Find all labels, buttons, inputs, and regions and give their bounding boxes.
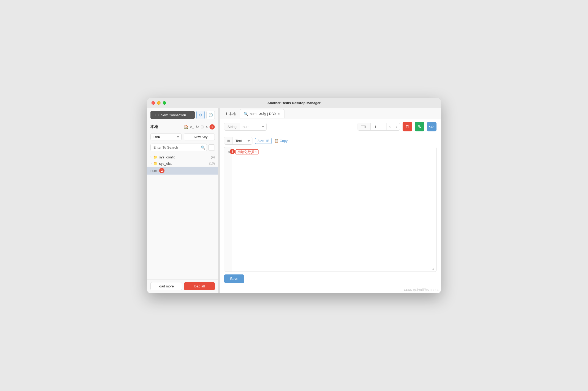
- app-body: + + New Connection ⚙ 🕐 本地 🏠 >_ ↻ ⊞ ∧: [147, 108, 441, 293]
- ttl-clear-button[interactable]: ×: [386, 123, 393, 130]
- key-name-select[interactable]: num: [240, 123, 266, 130]
- connection-header: 本地 🏠 >_ ↻ ⊞ ∧ 1: [147, 122, 218, 132]
- sidebar-toolbar: + + New Connection ⚙ 🕐: [147, 108, 218, 122]
- ttl-wrap: TTL × ∨: [358, 123, 400, 131]
- type-label: String: [224, 123, 240, 130]
- close-button[interactable]: [152, 101, 155, 105]
- ttl-input[interactable]: [371, 123, 386, 130]
- annotation-badge-3: 3: [230, 149, 235, 154]
- value-editor-wrap: 0 3 初始化数据0 ◢: [224, 147, 436, 272]
- maximize-button[interactable]: [163, 101, 166, 105]
- db-row: DB0 DB1 DB2 + New Key: [147, 132, 218, 142]
- refresh-key-button[interactable]: ↻: [415, 122, 424, 131]
- connection-icons: 🏠 >_ ↻ ⊞ ∧ 1: [184, 124, 215, 130]
- format-select[interactable]: Text JSON Hex: [233, 137, 252, 144]
- db-select[interactable]: DB0 DB1 DB2: [150, 133, 182, 140]
- annotation-badge-1: 1: [210, 124, 215, 130]
- gear-icon: ⚙: [199, 113, 202, 117]
- key-toolbar: String num TTL × ∨ 🗑 ↻: [220, 119, 441, 134]
- main-content: ℹ 本地 🔍 num | 本地 | DB0 × String num: [220, 108, 441, 293]
- tab-key-label: num | 本地 | DB0: [250, 112, 276, 116]
- clock-icon: 🕐: [208, 113, 213, 117]
- search-input-wrap: 🔍: [150, 144, 207, 151]
- titlebar: Another Redis Desktop Manager: [147, 98, 441, 108]
- key-group-name-2: sys_dict: [159, 162, 172, 166]
- connection-name: 本地: [150, 125, 158, 129]
- tabs-bar: ℹ 本地 🔍 num | 本地 | DB0 ×: [220, 108, 441, 119]
- editor-content: 3 初始化数据0: [232, 147, 436, 272]
- plus-icon: +: [154, 113, 156, 117]
- value-format-row: ⊞ Text JSON Hex Size: 1B 📋 Copy: [224, 137, 436, 145]
- size-badge: Size: 1B: [255, 138, 272, 144]
- traffic-lights: [152, 101, 166, 105]
- code-icon: </>: [429, 125, 434, 129]
- save-row: Save: [224, 272, 436, 284]
- trash-icon: 🗑: [405, 124, 409, 129]
- copy-label: Copy: [280, 139, 288, 143]
- key-group-sys-dict[interactable]: › 📁 sys_dict (10): [147, 160, 218, 167]
- sidebar: + + New Connection ⚙ 🕐 本地 🏠 >_ ↻ ⊞ ∧: [147, 108, 218, 293]
- chevron-right-icon-2: ›: [150, 162, 152, 165]
- folder-icon: 📁: [153, 155, 158, 159]
- delete-key-button[interactable]: 🗑: [403, 122, 412, 131]
- info-icon: ℹ: [226, 112, 227, 116]
- minimize-button[interactable]: [157, 101, 161, 105]
- format-select-wrap: ⊞ Text JSON Hex: [224, 137, 252, 145]
- refresh-icon: ↻: [418, 124, 421, 129]
- ttl-dropdown-button[interactable]: ∨: [393, 123, 400, 130]
- filter-button[interactable]: [208, 144, 215, 151]
- search-row: 🔍: [147, 142, 218, 153]
- save-button[interactable]: Save: [224, 274, 244, 283]
- key-item-num[interactable]: num 2: [147, 167, 218, 175]
- refresh-icon: ↻: [196, 125, 199, 129]
- new-key-button[interactable]: + New Key: [184, 133, 215, 140]
- tab-info[interactable]: ℹ 本地: [222, 109, 240, 118]
- sidebar-bottom: load more load all: [147, 279, 218, 293]
- tab-close-button[interactable]: ×: [277, 112, 280, 116]
- key-list: › 📁 sys_config (4) › 📁 sys_dict (10) num…: [147, 153, 218, 279]
- key-group-count-2: (10): [209, 162, 215, 165]
- grid-icon: ⊞: [201, 125, 204, 129]
- settings-icon-button[interactable]: ⚙: [196, 111, 205, 119]
- type-select-wrap: String num: [224, 123, 267, 131]
- tab-key[interactable]: 🔍 num | 本地 | DB0 ×: [240, 109, 284, 118]
- load-all-button[interactable]: load all: [184, 282, 215, 290]
- collapse-icon: ∧: [205, 125, 208, 129]
- key-item-name: num: [150, 169, 157, 173]
- resize-handle[interactable]: ◢: [432, 267, 435, 270]
- tab-info-label: 本地: [229, 112, 236, 116]
- copy-button[interactable]: 📋 Copy: [274, 139, 288, 143]
- search-button[interactable]: 🔍: [201, 145, 205, 150]
- load-more-button[interactable]: load more: [150, 282, 182, 290]
- app-title: Another Redis Desktop Manager: [268, 101, 321, 105]
- line-numbers: 0: [224, 147, 232, 272]
- new-connection-label: + New Connection: [158, 113, 186, 117]
- annotation-badge-2: 2: [159, 168, 164, 173]
- home-icon: 🏠: [184, 125, 188, 129]
- search-input[interactable]: [150, 144, 207, 151]
- key-group-count: (4): [211, 155, 215, 159]
- ttl-label: TTL: [358, 123, 371, 130]
- chevron-right-icon: ›: [150, 155, 152, 159]
- new-connection-button[interactable]: + + New Connection: [150, 111, 195, 119]
- value-area: ⊞ Text JSON Hex Size: 1B 📋 Copy: [220, 134, 441, 287]
- line-number: 0: [226, 150, 230, 155]
- app-window: Another Redis Desktop Manager + + New Co…: [147, 98, 441, 293]
- folder-icon-2: 📁: [153, 161, 158, 166]
- footer-note: CSDN @小帅哥学习 | 1 : 1: [220, 287, 441, 293]
- copy-icon: 📋: [274, 139, 279, 143]
- code-button[interactable]: </>: [427, 122, 436, 131]
- key-value-highlighted: 初始化数据0: [235, 149, 259, 154]
- format-icon: ⊞: [224, 137, 233, 144]
- history-icon-button[interactable]: 🕐: [206, 111, 215, 119]
- terminal-icon: >_: [190, 125, 194, 129]
- tab-search-icon: 🔍: [244, 112, 248, 116]
- key-group-sys-config[interactable]: › 📁 sys_config (4): [147, 154, 218, 160]
- key-group-name: sys_config: [159, 155, 175, 159]
